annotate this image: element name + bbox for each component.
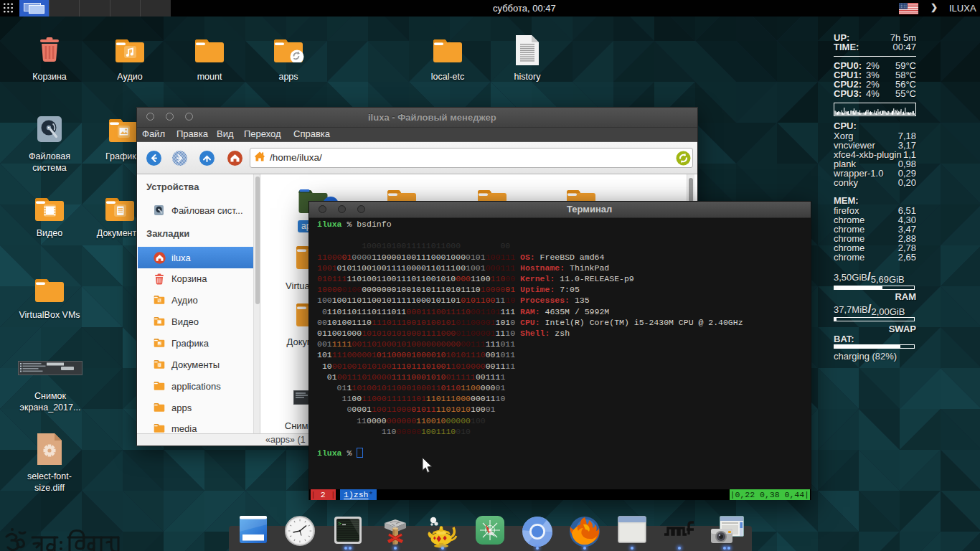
svg-text:>: >	[338, 520, 341, 527]
